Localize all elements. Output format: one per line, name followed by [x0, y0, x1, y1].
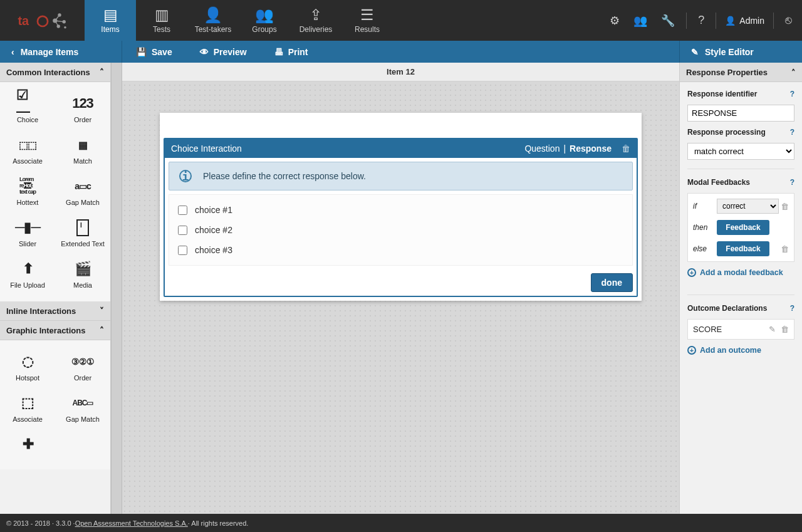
help-icon[interactable]: ?: [790, 128, 794, 137]
add-outcome-link[interactable]: + Add an outcome: [687, 346, 794, 355]
nav-results-tab[interactable]: ☰ Results: [341, 0, 393, 41]
match-icon: ▦: [78, 139, 87, 151]
tile-order[interactable]: 123 Order: [55, 87, 110, 128]
tile-gap-match[interactable]: a▭c Gap Match: [55, 170, 110, 211]
common-interactions-grid: ☑— Choice 123 Order ⬚⬚ Associate ▦ Match…: [0, 82, 110, 301]
help-icon[interactable]: ?: [790, 90, 794, 98]
tile-media[interactable]: 🎬 Media: [55, 253, 110, 294]
print-icon: 🖶: [274, 47, 283, 57]
tab-response[interactable]: Response: [570, 143, 612, 154]
done-button[interactable]: done: [591, 273, 633, 292]
tile-slider[interactable]: ─▮─ Slider: [0, 211, 55, 253]
deliveries-icon: ⇪: [310, 8, 322, 23]
response-properties-header[interactable]: Response Properties ˄: [680, 63, 802, 82]
choice-row[interactable]: choice #2: [175, 220, 626, 240]
footer-org-link[interactable]: Open Assessment Technologies S.A.: [75, 519, 188, 527]
fb-then-button[interactable]: Feedback: [717, 220, 769, 235]
nav-items-tab[interactable]: ▤ Items: [85, 0, 136, 41]
left-scrollbar[interactable]: [111, 63, 122, 514]
choice-icon: ☑—: [16, 87, 39, 120]
tile-extended-text[interactable]: I Extended Text: [55, 211, 110, 253]
select-point-icon: ✚: [23, 436, 33, 452]
tile-hotspot[interactable]: ◌ Hotspot: [0, 345, 55, 387]
nav-test-takers-tab[interactable]: 👤 Test-takers: [187, 0, 239, 41]
choice-label: choice #3: [195, 245, 232, 255]
user-icon: 👤: [725, 16, 736, 26]
inline-interactions-header[interactable]: Inline Interactions ˅: [0, 301, 110, 321]
graphic-interactions-header[interactable]: Graphic Interactions ˄: [0, 321, 110, 340]
edit-outcome-icon[interactable]: ✎: [769, 325, 776, 334]
choice-checkbox[interactable]: [178, 206, 187, 215]
nav-label: Tests: [153, 25, 170, 34]
help-icon[interactable]: ?: [790, 178, 794, 187]
tile-file-upload[interactable]: ⬆ File Upload: [0, 253, 55, 294]
print-button[interactable]: 🖶 Print: [261, 41, 322, 63]
chevron-up-icon: ˄: [100, 325, 104, 335]
svg-line-5: [55, 15, 59, 21]
item-title: Item 12: [122, 63, 679, 81]
logo[interactable]: ta: [0, 0, 85, 41]
graphic-interactions-grid: ◌ Hotspot ③②① Order ⬚ Associate ABC▭ Gap…: [0, 340, 110, 469]
gap-match-icon: a▭c: [75, 181, 91, 191]
divider: [773, 13, 774, 29]
graphic-associate-icon: ⬚: [21, 395, 34, 411]
choice-checkbox[interactable]: [178, 226, 187, 235]
fb-condition-select[interactable]: correct: [717, 199, 779, 214]
tile-graphic-order[interactable]: ③②① Order: [55, 345, 110, 387]
fb-else-button[interactable]: Feedback: [717, 241, 769, 256]
tile-label: Media: [73, 281, 92, 289]
tile-graphic-gap-match[interactable]: ABC▭ Gap Match: [55, 387, 110, 428]
print-label: Print: [288, 47, 308, 57]
common-interactions-header[interactable]: Common Interactions ˄: [0, 63, 110, 82]
choice-row[interactable]: choice #1: [175, 200, 626, 220]
nav-deliveries-tab[interactable]: ⇪ Deliveries: [290, 0, 341, 41]
response-processing-select[interactable]: match correct: [687, 143, 794, 160]
results-icon: ☰: [360, 8, 374, 23]
tile-match[interactable]: ▦ Match: [55, 128, 110, 170]
nav-groups-tab[interactable]: 👥 Groups: [239, 0, 290, 41]
logout-icon[interactable]: ⎋: [783, 14, 794, 27]
delete-interaction-icon[interactable]: 🗑: [622, 143, 630, 154]
preview-button[interactable]: 👁 Preview: [186, 41, 261, 63]
tab-question[interactable]: Question: [524, 143, 560, 154]
tile-label: Hottext: [17, 199, 39, 206]
style-editor-button[interactable]: ✎ Style Editor: [679, 41, 802, 63]
help-icon[interactable]: ?: [695, 14, 707, 27]
choice-checkbox[interactable]: [178, 246, 187, 255]
topbar-right: ⚙ 👥 🔧 ? 👤 Admin ⎋: [607, 0, 802, 41]
chevron-down-icon: ˅: [100, 306, 104, 316]
footer-copyright: © 2013 - 2018 · 3.3.0 ·: [6, 519, 75, 527]
nav-tests-tab[interactable]: ▥ Tests: [136, 0, 187, 41]
info-icon: i: [179, 170, 192, 182]
manage-items-button[interactable]: ‹ Manage Items: [0, 41, 122, 63]
choice-row[interactable]: choice #3: [175, 240, 626, 260]
fb-delete-icon[interactable]: 🗑: [779, 202, 789, 211]
item-card: Choice Interaction Question | Response 🗑…: [160, 113, 642, 301]
divider: [716, 13, 716, 29]
preview-label: Preview: [214, 47, 247, 57]
tile-associate[interactable]: ⬚⬚ Associate: [0, 128, 55, 170]
admin-menu[interactable]: 👤 Admin: [725, 16, 764, 26]
manage-label: Manage Items: [21, 47, 79, 57]
add-modal-feedback-link[interactable]: + Add a modal feedback: [687, 268, 794, 277]
order-icon: 123: [72, 95, 93, 112]
tile-label: Associate: [13, 415, 43, 423]
tile-graphic-associate[interactable]: ⬚ Associate: [0, 387, 55, 428]
fb-delete-icon[interactable]: 🗑: [779, 244, 789, 254]
delete-outcome-icon[interactable]: 🗑: [781, 325, 789, 334]
tile-label: Order: [74, 374, 91, 382]
tile-graphic-extra[interactable]: ✚: [0, 428, 55, 462]
tile-hottext[interactable]: LoremreHotttext cap Hottext: [0, 170, 55, 211]
response-identifier-input[interactable]: [687, 105, 794, 122]
settings-icon[interactable]: ⚙: [607, 14, 622, 28]
save-button[interactable]: 💾 Save: [122, 41, 186, 63]
modal-feedbacks-label: Modal Feedbacks ?: [687, 178, 794, 187]
tile-choice[interactable]: ☑— Choice: [0, 87, 55, 128]
help-icon[interactable]: ?: [790, 304, 794, 313]
users-icon[interactable]: 👥: [631, 14, 650, 28]
add-outcome-label: Add an outcome: [700, 346, 761, 355]
extended-text-icon: I: [76, 219, 89, 236]
left-sidebar: Common Interactions ˄ ☑— Choice 123 Orde…: [0, 63, 111, 514]
tools-icon[interactable]: 🔧: [659, 14, 677, 28]
footer: © 2013 - 2018 · 3.3.0 · Open Assessment …: [0, 514, 802, 532]
